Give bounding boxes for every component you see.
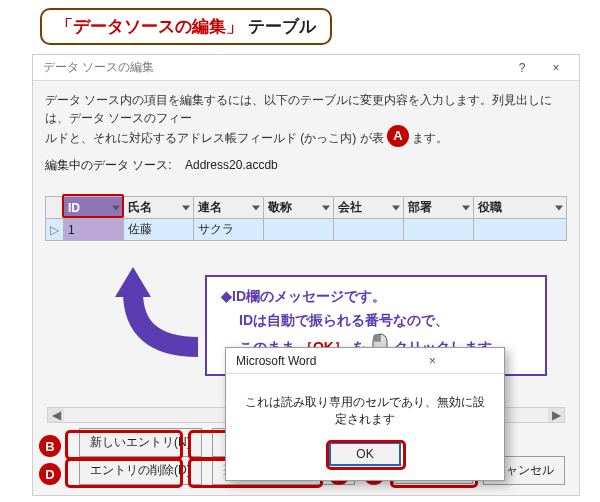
- dropdown-icon[interactable]: [182, 205, 190, 210]
- caption-tail: テーブル: [248, 17, 316, 36]
- datasource-table[interactable]: ID 氏名 連名 敬称 会社 部署 役職 ▷ 1 佐藤 サクラ: [45, 196, 567, 241]
- dropdown-icon[interactable]: [392, 205, 400, 210]
- badge-d: D: [39, 463, 61, 485]
- dialog-titlebar[interactable]: データ ソースの編集 ? ×: [33, 55, 579, 81]
- cell-firstname[interactable]: サクラ: [194, 219, 264, 241]
- figure-caption: 「データソースの編集」 テーブル: [40, 8, 332, 45]
- messagebox: Microsoft Word × これは読み取り専用のセルであり、無効に設定され…: [225, 347, 505, 481]
- cell-role[interactable]: [474, 219, 567, 241]
- new-entry-button[interactable]: 新しいエントリ(N): [79, 428, 202, 457]
- svg-rect-3: [373, 334, 380, 342]
- dropdown-icon[interactable]: [252, 205, 260, 210]
- edit-datasource-dialog: データ ソースの編集 ? × データ ソース内の項目を編集するには、以下のテーブ…: [32, 54, 580, 496]
- messagebox-close-button[interactable]: ×: [367, 350, 498, 372]
- dialog-description: データ ソース内の項目を編集するには、以下のテーブルに変更内容を入力します。列見…: [45, 91, 567, 149]
- svg-marker-0: [115, 267, 151, 297]
- col-rowhandle: [46, 197, 64, 219]
- col-role[interactable]: 役職: [474, 197, 567, 219]
- delete-entry-button[interactable]: エントリの削除(D): [79, 456, 202, 485]
- close-button[interactable]: ×: [539, 57, 573, 79]
- datasource-table-wrap: ID 氏名 連名 敬称 会社 部署 役職 ▷ 1 佐藤 サクラ: [45, 196, 567, 241]
- cell-title[interactable]: [264, 219, 334, 241]
- dropdown-icon[interactable]: [112, 205, 120, 210]
- scroll-right-icon[interactable]: ▶: [548, 408, 564, 422]
- col-lastname[interactable]: 氏名: [124, 197, 194, 219]
- annotation-arrow: [103, 267, 213, 357]
- col-title[interactable]: 敬称: [264, 197, 334, 219]
- scroll-left-icon[interactable]: ◀: [48, 408, 64, 422]
- col-firstname[interactable]: 連名: [194, 197, 264, 219]
- dropdown-icon[interactable]: [462, 205, 470, 210]
- messagebox-title: Microsoft Word: [236, 354, 367, 368]
- messagebox-titlebar[interactable]: Microsoft Word ×: [226, 348, 504, 374]
- row-selector[interactable]: ▷: [46, 219, 64, 241]
- caption-quoted: 「データソースの編集」: [56, 17, 243, 36]
- messagebox-ok-button[interactable]: OK: [329, 442, 401, 466]
- help-button[interactable]: ?: [505, 57, 539, 79]
- col-company[interactable]: 会社: [334, 197, 404, 219]
- datasource-label: 編集中のデータ ソース:: [45, 158, 172, 172]
- badge-b: B: [39, 435, 61, 457]
- messagebox-body: これは読み取り専用のセルであり、無効に設定されます: [226, 374, 504, 438]
- datasource-value: Address20.accdb: [185, 158, 278, 172]
- dropdown-icon[interactable]: [322, 205, 330, 210]
- dialog-title: データ ソースの編集: [43, 59, 505, 76]
- col-id[interactable]: ID: [64, 197, 124, 219]
- cell-lastname[interactable]: 佐藤: [124, 219, 194, 241]
- table-header-row: ID 氏名 連名 敬称 会社 部署 役職: [46, 197, 567, 219]
- table-row[interactable]: ▷ 1 佐藤 サクラ: [46, 219, 567, 241]
- datasource-line: 編集中のデータ ソース: Address20.accdb: [45, 157, 567, 174]
- col-dept[interactable]: 部署: [404, 197, 474, 219]
- dropdown-icon[interactable]: [555, 205, 563, 210]
- cell-id[interactable]: 1: [64, 219, 124, 241]
- dialog-body: データ ソース内の項目を編集するには、以下のテーブルに変更内容を入力します。列見…: [33, 81, 579, 495]
- badge-a: A: [387, 125, 409, 147]
- cell-company[interactable]: [334, 219, 404, 241]
- cell-dept[interactable]: [404, 219, 474, 241]
